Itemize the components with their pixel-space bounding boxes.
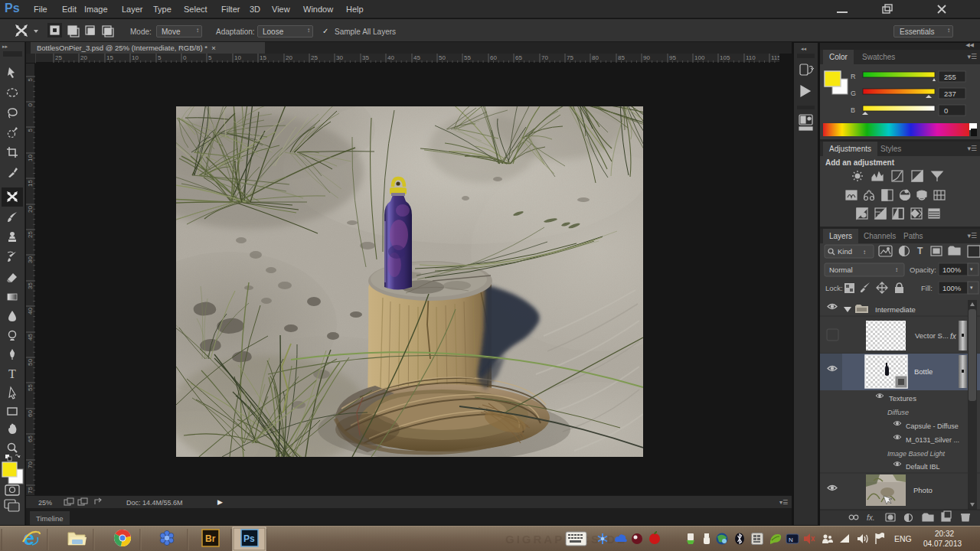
svg-text:5: 5 bbox=[158, 54, 162, 61]
svg-text:Opacity:: Opacity: bbox=[910, 266, 936, 274]
svg-text:25: 25 bbox=[311, 54, 318, 61]
svg-text:N: N bbox=[789, 536, 793, 543]
svg-text:Capsule - Diffuse: Capsule - Diffuse bbox=[906, 422, 959, 430]
svg-text:70: 70 bbox=[27, 461, 34, 468]
svg-text:25: 25 bbox=[27, 230, 34, 237]
svg-text:5: 5 bbox=[27, 77, 34, 81]
svg-text:255: 255 bbox=[944, 73, 956, 81]
svg-text:Normal: Normal bbox=[829, 266, 853, 274]
svg-text:10: 10 bbox=[132, 54, 139, 61]
svg-text:Image Based Light: Image Based Light bbox=[887, 450, 946, 458]
svg-text:35: 35 bbox=[362, 54, 369, 61]
svg-text:70: 70 bbox=[541, 54, 548, 61]
svg-text:fx.: fx. bbox=[867, 514, 875, 522]
svg-text:↕: ↕ bbox=[863, 249, 866, 256]
svg-text:Diffuse: Diffuse bbox=[887, 409, 909, 416]
svg-text:115: 115 bbox=[771, 54, 779, 61]
svg-text:ENG: ENG bbox=[894, 534, 912, 543]
svg-text:75: 75 bbox=[27, 486, 34, 493]
svg-text:20: 20 bbox=[286, 54, 292, 61]
svg-text:◂◂: ◂◂ bbox=[801, 46, 807, 51]
svg-text:▾: ▾ bbox=[970, 285, 973, 290]
svg-text:Default IBL: Default IBL bbox=[906, 463, 940, 471]
svg-text:75: 75 bbox=[567, 54, 573, 61]
svg-text:80: 80 bbox=[592, 54, 599, 61]
svg-text:237: 237 bbox=[944, 90, 956, 98]
svg-text:30: 30 bbox=[27, 256, 34, 262]
svg-text:40: 40 bbox=[27, 307, 34, 314]
svg-text:Intermediate: Intermediate bbox=[875, 305, 916, 314]
svg-text:35: 35 bbox=[27, 282, 34, 289]
svg-text:15: 15 bbox=[106, 54, 113, 61]
svg-text:85: 85 bbox=[618, 54, 625, 61]
svg-text:5: 5 bbox=[27, 128, 34, 132]
svg-text:20: 20 bbox=[27, 205, 34, 212]
svg-text:Fill:: Fill: bbox=[921, 284, 933, 292]
svg-text:Kind: Kind bbox=[838, 247, 852, 256]
svg-text:40: 40 bbox=[387, 54, 394, 61]
svg-text:▾: ▾ bbox=[970, 266, 973, 272]
svg-text:25: 25 bbox=[55, 54, 62, 61]
svg-text:55: 55 bbox=[464, 54, 471, 61]
svg-text:100%: 100% bbox=[942, 266, 962, 274]
svg-text:50: 50 bbox=[439, 54, 446, 61]
svg-text:0: 0 bbox=[183, 54, 187, 61]
svg-text:15: 15 bbox=[27, 179, 34, 186]
svg-text:10: 10 bbox=[234, 54, 241, 61]
svg-text:45: 45 bbox=[413, 54, 420, 61]
svg-text:50: 50 bbox=[27, 358, 34, 365]
svg-text:▸▸: ▸▸ bbox=[2, 44, 8, 49]
svg-text:15: 15 bbox=[260, 54, 266, 61]
svg-text:Textures: Textures bbox=[889, 394, 916, 403]
svg-text:20: 20 bbox=[80, 54, 87, 61]
svg-text:90: 90 bbox=[643, 54, 650, 61]
svg-text:G: G bbox=[851, 90, 856, 97]
svg-text:10: 10 bbox=[27, 154, 34, 161]
svg-text:100: 100 bbox=[694, 54, 705, 61]
svg-text:65: 65 bbox=[27, 435, 34, 442]
svg-text:20:32: 20:32 bbox=[935, 530, 954, 538]
svg-text:Ps: Ps bbox=[243, 533, 255, 544]
svg-text:Br: Br bbox=[205, 533, 216, 544]
svg-text:100%: 100% bbox=[942, 284, 962, 292]
svg-text:105: 105 bbox=[720, 54, 730, 61]
svg-text:0: 0 bbox=[944, 106, 948, 115]
svg-text:0: 0 bbox=[27, 103, 34, 106]
svg-text:Lock:: Lock: bbox=[825, 284, 843, 292]
svg-text:Add an adjustment: Add an adjustment bbox=[825, 158, 895, 167]
svg-text:T: T bbox=[917, 246, 923, 256]
svg-text:45: 45 bbox=[27, 333, 34, 340]
svg-text:5: 5 bbox=[208, 54, 212, 61]
svg-text:55: 55 bbox=[27, 383, 34, 390]
svg-text:110: 110 bbox=[746, 54, 756, 61]
svg-text:M_0131_Silver ...: M_0131_Silver ... bbox=[906, 436, 959, 444]
svg-text:B: B bbox=[851, 106, 855, 114]
svg-text:30: 30 bbox=[336, 54, 343, 61]
svg-text:95: 95 bbox=[669, 54, 676, 61]
svg-text:T: T bbox=[8, 367, 16, 380]
svg-text:fx: fx bbox=[950, 332, 957, 341]
svg-text:R: R bbox=[851, 73, 856, 80]
svg-text:↕: ↕ bbox=[895, 266, 898, 273]
svg-text:Bottle: Bottle bbox=[914, 367, 933, 376]
svg-text:60: 60 bbox=[27, 409, 34, 416]
svg-text:Photo: Photo bbox=[913, 486, 933, 494]
svg-text:60: 60 bbox=[490, 54, 497, 61]
svg-text:Vector S...: Vector S... bbox=[915, 331, 949, 340]
svg-text:65: 65 bbox=[515, 54, 522, 61]
svg-text:04.07.2013: 04.07.2013 bbox=[923, 540, 962, 548]
